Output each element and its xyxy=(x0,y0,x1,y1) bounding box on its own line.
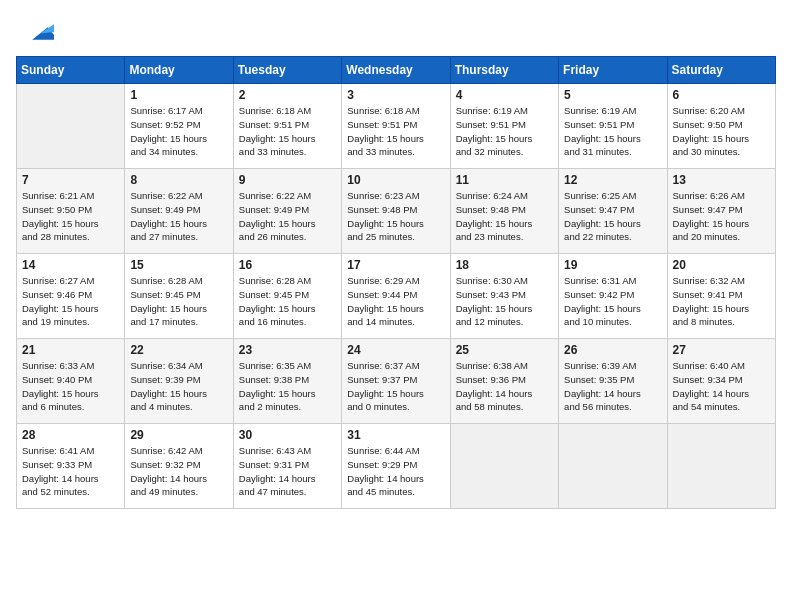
day-info: Sunrise: 6:34 AMSunset: 9:39 PMDaylight:… xyxy=(130,359,227,414)
day-cell: 6Sunrise: 6:20 AMSunset: 9:50 PMDaylight… xyxy=(667,84,775,169)
day-number: 27 xyxy=(673,343,770,357)
day-number: 8 xyxy=(130,173,227,187)
day-number: 22 xyxy=(130,343,227,357)
day-info: Sunrise: 6:18 AMSunset: 9:51 PMDaylight:… xyxy=(347,104,444,159)
weekday-header-thursday: Thursday xyxy=(450,57,558,84)
day-cell: 30Sunrise: 6:43 AMSunset: 9:31 PMDayligh… xyxy=(233,424,341,509)
day-number: 24 xyxy=(347,343,444,357)
day-cell: 14Sunrise: 6:27 AMSunset: 9:46 PMDayligh… xyxy=(17,254,125,339)
day-info: Sunrise: 6:18 AMSunset: 9:51 PMDaylight:… xyxy=(239,104,336,159)
day-number: 9 xyxy=(239,173,336,187)
weekday-header-saturday: Saturday xyxy=(667,57,775,84)
day-number: 26 xyxy=(564,343,661,357)
day-number: 30 xyxy=(239,428,336,442)
day-info: Sunrise: 6:26 AMSunset: 9:47 PMDaylight:… xyxy=(673,189,770,244)
day-cell: 15Sunrise: 6:28 AMSunset: 9:45 PMDayligh… xyxy=(125,254,233,339)
day-cell: 17Sunrise: 6:29 AMSunset: 9:44 PMDayligh… xyxy=(342,254,450,339)
day-number: 1 xyxy=(130,88,227,102)
day-cell: 2Sunrise: 6:18 AMSunset: 9:51 PMDaylight… xyxy=(233,84,341,169)
weekday-header-wednesday: Wednesday xyxy=(342,57,450,84)
day-number: 21 xyxy=(22,343,119,357)
day-info: Sunrise: 6:22 AMSunset: 9:49 PMDaylight:… xyxy=(239,189,336,244)
day-info: Sunrise: 6:30 AMSunset: 9:43 PMDaylight:… xyxy=(456,274,553,329)
svg-marker-1 xyxy=(40,24,54,33)
day-info: Sunrise: 6:37 AMSunset: 9:37 PMDaylight:… xyxy=(347,359,444,414)
day-cell: 20Sunrise: 6:32 AMSunset: 9:41 PMDayligh… xyxy=(667,254,775,339)
header xyxy=(0,0,792,56)
weekday-header-sunday: Sunday xyxy=(17,57,125,84)
day-number: 28 xyxy=(22,428,119,442)
calendar-wrapper: SundayMondayTuesdayWednesdayThursdayFrid… xyxy=(0,56,792,525)
day-number: 23 xyxy=(239,343,336,357)
day-number: 20 xyxy=(673,258,770,272)
day-number: 14 xyxy=(22,258,119,272)
day-cell: 4Sunrise: 6:19 AMSunset: 9:51 PMDaylight… xyxy=(450,84,558,169)
calendar-table: SundayMondayTuesdayWednesdayThursdayFrid… xyxy=(16,56,776,509)
day-number: 16 xyxy=(239,258,336,272)
week-row-4: 28Sunrise: 6:41 AMSunset: 9:33 PMDayligh… xyxy=(17,424,776,509)
day-cell: 13Sunrise: 6:26 AMSunset: 9:47 PMDayligh… xyxy=(667,169,775,254)
day-cell: 5Sunrise: 6:19 AMSunset: 9:51 PMDaylight… xyxy=(559,84,667,169)
week-row-2: 14Sunrise: 6:27 AMSunset: 9:46 PMDayligh… xyxy=(17,254,776,339)
day-cell: 7Sunrise: 6:21 AMSunset: 9:50 PMDaylight… xyxy=(17,169,125,254)
day-number: 10 xyxy=(347,173,444,187)
day-cell: 11Sunrise: 6:24 AMSunset: 9:48 PMDayligh… xyxy=(450,169,558,254)
day-cell xyxy=(667,424,775,509)
day-info: Sunrise: 6:29 AMSunset: 9:44 PMDaylight:… xyxy=(347,274,444,329)
day-cell xyxy=(450,424,558,509)
day-number: 2 xyxy=(239,88,336,102)
day-number: 7 xyxy=(22,173,119,187)
day-info: Sunrise: 6:17 AMSunset: 9:52 PMDaylight:… xyxy=(130,104,227,159)
day-info: Sunrise: 6:41 AMSunset: 9:33 PMDaylight:… xyxy=(22,444,119,499)
day-cell: 21Sunrise: 6:33 AMSunset: 9:40 PMDayligh… xyxy=(17,339,125,424)
day-number: 5 xyxy=(564,88,661,102)
day-info: Sunrise: 6:33 AMSunset: 9:40 PMDaylight:… xyxy=(22,359,119,414)
day-info: Sunrise: 6:20 AMSunset: 9:50 PMDaylight:… xyxy=(673,104,770,159)
day-number: 18 xyxy=(456,258,553,272)
day-cell: 8Sunrise: 6:22 AMSunset: 9:49 PMDaylight… xyxy=(125,169,233,254)
day-number: 29 xyxy=(130,428,227,442)
day-cell: 25Sunrise: 6:38 AMSunset: 9:36 PMDayligh… xyxy=(450,339,558,424)
week-row-3: 21Sunrise: 6:33 AMSunset: 9:40 PMDayligh… xyxy=(17,339,776,424)
day-info: Sunrise: 6:44 AMSunset: 9:29 PMDaylight:… xyxy=(347,444,444,499)
day-cell: 3Sunrise: 6:18 AMSunset: 9:51 PMDaylight… xyxy=(342,84,450,169)
day-cell: 12Sunrise: 6:25 AMSunset: 9:47 PMDayligh… xyxy=(559,169,667,254)
day-info: Sunrise: 6:39 AMSunset: 9:35 PMDaylight:… xyxy=(564,359,661,414)
day-info: Sunrise: 6:24 AMSunset: 9:48 PMDaylight:… xyxy=(456,189,553,244)
week-row-0: 1Sunrise: 6:17 AMSunset: 9:52 PMDaylight… xyxy=(17,84,776,169)
day-info: Sunrise: 6:35 AMSunset: 9:38 PMDaylight:… xyxy=(239,359,336,414)
day-cell: 10Sunrise: 6:23 AMSunset: 9:48 PMDayligh… xyxy=(342,169,450,254)
day-number: 31 xyxy=(347,428,444,442)
day-number: 12 xyxy=(564,173,661,187)
day-cell: 26Sunrise: 6:39 AMSunset: 9:35 PMDayligh… xyxy=(559,339,667,424)
day-cell xyxy=(559,424,667,509)
day-cell: 1Sunrise: 6:17 AMSunset: 9:52 PMDaylight… xyxy=(125,84,233,169)
day-info: Sunrise: 6:28 AMSunset: 9:45 PMDaylight:… xyxy=(239,274,336,329)
day-number: 17 xyxy=(347,258,444,272)
day-number: 15 xyxy=(130,258,227,272)
day-info: Sunrise: 6:31 AMSunset: 9:42 PMDaylight:… xyxy=(564,274,661,329)
week-row-1: 7Sunrise: 6:21 AMSunset: 9:50 PMDaylight… xyxy=(17,169,776,254)
day-info: Sunrise: 6:19 AMSunset: 9:51 PMDaylight:… xyxy=(564,104,661,159)
day-info: Sunrise: 6:40 AMSunset: 9:34 PMDaylight:… xyxy=(673,359,770,414)
page: SundayMondayTuesdayWednesdayThursdayFrid… xyxy=(0,0,792,612)
day-cell: 9Sunrise: 6:22 AMSunset: 9:49 PMDaylight… xyxy=(233,169,341,254)
day-info: Sunrise: 6:21 AMSunset: 9:50 PMDaylight:… xyxy=(22,189,119,244)
day-cell: 24Sunrise: 6:37 AMSunset: 9:37 PMDayligh… xyxy=(342,339,450,424)
weekday-header-tuesday: Tuesday xyxy=(233,57,341,84)
day-info: Sunrise: 6:22 AMSunset: 9:49 PMDaylight:… xyxy=(130,189,227,244)
day-cell: 27Sunrise: 6:40 AMSunset: 9:34 PMDayligh… xyxy=(667,339,775,424)
day-cell: 29Sunrise: 6:42 AMSunset: 9:32 PMDayligh… xyxy=(125,424,233,509)
day-info: Sunrise: 6:38 AMSunset: 9:36 PMDaylight:… xyxy=(456,359,553,414)
day-cell: 31Sunrise: 6:44 AMSunset: 9:29 PMDayligh… xyxy=(342,424,450,509)
day-info: Sunrise: 6:25 AMSunset: 9:47 PMDaylight:… xyxy=(564,189,661,244)
day-cell: 18Sunrise: 6:30 AMSunset: 9:43 PMDayligh… xyxy=(450,254,558,339)
day-number: 11 xyxy=(456,173,553,187)
day-number: 6 xyxy=(673,88,770,102)
weekday-header-friday: Friday xyxy=(559,57,667,84)
day-info: Sunrise: 6:32 AMSunset: 9:41 PMDaylight:… xyxy=(673,274,770,329)
weekday-header-row: SundayMondayTuesdayWednesdayThursdayFrid… xyxy=(17,57,776,84)
day-number: 3 xyxy=(347,88,444,102)
day-info: Sunrise: 6:28 AMSunset: 9:45 PMDaylight:… xyxy=(130,274,227,329)
logo xyxy=(24,18,54,46)
